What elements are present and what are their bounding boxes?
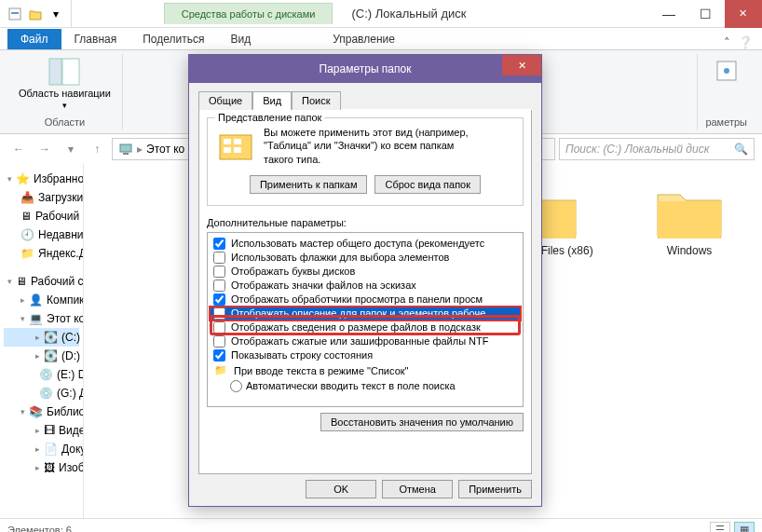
- tree-edrive[interactable]: 💿(E:) DVD RW дисковод: [4, 365, 79, 384]
- option-checkbox[interactable]: [213, 349, 225, 361]
- help-icon[interactable]: ❔: [738, 35, 753, 49]
- search-icon[interactable]: 🔍: [734, 143, 748, 156]
- qat-properties-icon[interactable]: [6, 5, 24, 23]
- reset-folders-button[interactable]: Сброс вида папок: [374, 175, 481, 194]
- tree-label: Яндекс.Диск: [38, 247, 84, 260]
- tree-desktop[interactable]: 🖥Рабочий стол: [4, 207, 79, 225]
- option-checkbox[interactable]: [213, 280, 225, 292]
- tree-documents[interactable]: ▸📄Документы: [4, 440, 79, 458]
- tree-compik[interactable]: ▸👤Компик: [4, 291, 79, 309]
- tree-libraries[interactable]: ▾📚Библиотеки: [4, 402, 79, 421]
- ok-button[interactable]: OK: [306, 480, 376, 498]
- tree-label: Рабочий стол: [31, 275, 84, 288]
- tab-home[interactable]: Главная: [61, 29, 130, 49]
- close-button[interactable]: ✕: [725, 0, 762, 28]
- star-icon: ⭐: [16, 171, 30, 186]
- tab-manage[interactable]: Управление: [320, 29, 408, 49]
- computer-icon: [118, 142, 133, 157]
- tree-video[interactable]: ▸🎞Видео: [4, 421, 79, 440]
- forward-button[interactable]: →: [34, 138, 56, 160]
- dialog-footer: OK Отмена Применить: [198, 474, 532, 498]
- options-button[interactable]: [710, 56, 743, 86]
- restore-defaults-button[interactable]: Восстановить значения по умолчанию: [320, 413, 524, 431]
- svg-rect-14: [224, 139, 231, 144]
- folder-views-group: Представление папок Вы можете применить …: [207, 117, 524, 206]
- option-row[interactable]: Показывать строку состояния: [210, 348, 521, 362]
- contextual-tab-header: Средства работы с дисками: [164, 3, 333, 24]
- tree-label: Документы: [61, 443, 84, 456]
- tree-label: (E:) DVD RW дисковод: [57, 368, 84, 381]
- back-button[interactable]: ←: [7, 138, 30, 160]
- tree-ddrive[interactable]: ▸💽(D:) Локальный диск: [4, 347, 79, 365]
- navigation-pane-button[interactable]: Область навигации ▾: [15, 56, 115, 112]
- tree-cdrive[interactable]: ▸💽(C:) Локальный диск: [4, 328, 79, 347]
- option-row[interactable]: Отображать сжатые или зашифрованные файл…: [210, 334, 521, 348]
- tree-images[interactable]: ▸🖼Изображения: [4, 458, 79, 477]
- dialog-close-button[interactable]: ✕: [502, 55, 541, 75]
- up-button[interactable]: ↑: [86, 138, 108, 160]
- ribbon-collapse-icon[interactable]: ˄: [724, 35, 730, 49]
- tree-label: Загрузки: [38, 191, 83, 204]
- tree-gdrive[interactable]: 💿(G:) Дисковод BD-ROM: [4, 384, 79, 402]
- folder-item[interactable]: Windows: [633, 181, 745, 501]
- option-row[interactable]: Использовать мастер общего доступа (реко…: [210, 237, 521, 251]
- tree-desktop-root[interactable]: ▾🖥Рабочий стол: [4, 272, 79, 291]
- search-input[interactable]: Поиск: (C:) Локальный диск 🔍: [559, 138, 755, 160]
- minimize-button[interactable]: —: [650, 0, 687, 28]
- window-titlebar: ▾ Средства работы с дисками (C:) Локальн…: [0, 0, 762, 28]
- option-checkbox[interactable]: [213, 335, 225, 348]
- svg-point-10: [724, 68, 729, 74]
- option-label: Автоматически вводить текст в поле поиск…: [246, 380, 456, 391]
- option-checkbox[interactable]: [213, 266, 225, 278]
- cancel-button[interactable]: Отмена: [382, 480, 453, 498]
- option-tree-node[interactable]: 📁При вводе текста в режиме "Список": [210, 362, 521, 379]
- dialog-tab-view[interactable]: Вид: [252, 91, 292, 110]
- dialog-tab-general[interactable]: Общие: [198, 91, 252, 110]
- advanced-options-list[interactable]: Использовать мастер общего доступа (реко…: [207, 232, 524, 407]
- option-checkbox[interactable]: [213, 238, 225, 250]
- tab-view[interactable]: Вид: [217, 29, 264, 49]
- drive-icon: 💽: [44, 330, 58, 345]
- option-row[interactable]: Отображать значки файлов на эскизах: [210, 279, 521, 293]
- tree-recent[interactable]: 🕘Недавние места: [4, 225, 79, 244]
- tree-favorites[interactable]: ▾⭐Избранное: [4, 170, 79, 188]
- tab-file[interactable]: Файл: [7, 29, 61, 49]
- folder-views-desc: Вы можете применить этот вид (например,: [264, 126, 469, 139]
- dialog-titlebar[interactable]: Параметры папок ✕: [189, 55, 541, 83]
- option-checkbox[interactable]: [213, 293, 225, 306]
- option-radio-row[interactable]: Автоматически вводить текст в поле поиск…: [210, 379, 521, 393]
- option-checkbox[interactable]: [213, 321, 225, 334]
- option-checkbox[interactable]: [213, 307, 225, 320]
- option-row[interactable]: Отображать буквы дисков: [210, 265, 521, 279]
- tree-yandexdisk[interactable]: 📁Яндекс.Диск: [4, 244, 79, 263]
- option-row[interactable]: Использовать флажки для выбора элементов: [210, 251, 521, 265]
- images-icon: 🖼: [44, 460, 55, 475]
- folder-views-desc: такого типа.: [264, 153, 469, 166]
- tab-share[interactable]: Поделиться: [129, 29, 217, 49]
- tree-thispc[interactable]: ▾💻Этот компьютер: [4, 309, 79, 328]
- breadcrumb-segment[interactable]: Этот ко: [146, 143, 184, 156]
- option-checkbox[interactable]: [213, 252, 225, 264]
- icons-view-button[interactable]: ▦: [734, 522, 755, 533]
- libraries-icon: 📚: [29, 404, 43, 419]
- qat-newfolder-icon[interactable]: [26, 5, 45, 23]
- details-view-button[interactable]: ☰: [710, 522, 730, 533]
- option-row[interactable]: Отображать сведения о размере файлов в п…: [210, 321, 521, 334]
- user-icon: 👤: [29, 293, 43, 307]
- option-label: Использовать мастер общего доступа (реко…: [231, 238, 484, 249]
- maximize-button[interactable]: ☐: [687, 0, 725, 28]
- svg-rect-3: [62, 59, 79, 85]
- tree-downloads[interactable]: 📥Загрузки: [4, 188, 79, 207]
- apply-button[interactable]: Применить: [458, 480, 532, 498]
- option-radio[interactable]: [230, 380, 242, 392]
- svg-rect-17: [234, 147, 241, 153]
- window-title: (C:) Локальный диск: [351, 7, 466, 20]
- dialog-tab-search[interactable]: Поиск: [292, 91, 340, 110]
- navigation-pane-label: Область навигации: [19, 88, 111, 99]
- apply-to-folders-button[interactable]: Применить к папкам: [250, 175, 368, 194]
- recent-dropdown-button[interactable]: ▾: [60, 138, 82, 160]
- option-row[interactable]: Отображать обработчики просмотра в панел…: [210, 293, 521, 307]
- option-row-highlighted[interactable]: Отображать описание для папок и элементо…: [210, 307, 521, 321]
- tree-label: Этот компьютер: [47, 312, 84, 325]
- qat-dropdown-icon[interactable]: ▾: [47, 5, 65, 23]
